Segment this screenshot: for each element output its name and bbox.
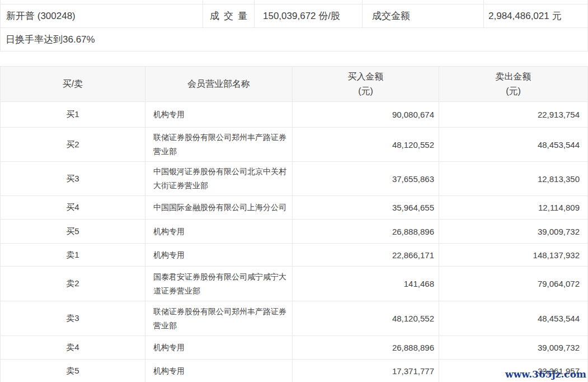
row-sell-amount: 148,137,932 [439, 244, 587, 266]
row-side-rank: 卖3 [1, 301, 145, 336]
header-branch: 会员营业部名称 [145, 67, 293, 101]
table-row: 卖2 国泰君安证券股份有限公司咸宁咸宁大道证券营业部 141,468 79,06… [1, 266, 587, 301]
summary-row: 新开普 (300248) 成交量 150,039,672 份/股 成交金额 2,… [1, 4, 587, 27]
row-sell-amount: 48,453,544 [439, 301, 587, 336]
row-branch-name: 联储证券股份有限公司郑州丰产路证券营业部 [145, 301, 293, 336]
row-side-rank: 买4 [1, 196, 145, 219]
branch-text: 中国国际金融股份有限公司上海分公司 [153, 201, 291, 215]
row-sell-amount: 12,114,809 [439, 196, 587, 219]
table-row: 卖4 机构专用 26,888,896 39,009,732 [1, 336, 587, 359]
row-side-rank: 卖1 [1, 244, 145, 266]
table-row: 买3 中国银河证券股份有限公司北京中关村大街证券营业部 37,655,863 1… [1, 161, 587, 195]
header-sell-unit: (元) [506, 84, 521, 99]
row-buy-amount: 35,964,655 [293, 196, 439, 219]
header-buy-amount: 买入金额 (元) [293, 67, 439, 101]
row-buy-amount: 22,866,171 [293, 244, 439, 266]
header-branch-label: 会员营业部名称 [187, 77, 250, 91]
branch-text: 联储证券股份有限公司郑州丰产路证券营业部 [153, 305, 291, 333]
row-buy-amount: 141,468 [293, 267, 439, 301]
row-side-rank: 卖4 [1, 336, 145, 359]
stub-cell [1, 0, 203, 4]
row-side-rank: 卖2 [1, 267, 145, 301]
site-watermark: www.365jz.com [505, 369, 586, 380]
row-side-rank: 买2 [1, 128, 145, 161]
row-branch-name: 中国银河证券股份有限公司北京中关村大街证券营业部 [145, 162, 293, 195]
header-side: 买/卖 [1, 67, 145, 101]
row-branch-name: 联储证券股份有限公司郑州丰产路证券营业部 [145, 128, 293, 161]
turnover-label: 成交金额 [363, 4, 484, 27]
volume-label: 成交量 [203, 4, 255, 27]
row-side-rank: 买5 [1, 220, 145, 243]
row-branch-name: 机构专用 [145, 220, 293, 243]
row-buy-amount: 48,120,552 [293, 301, 439, 336]
row-sell-amount: 22,913,754 [439, 102, 587, 127]
table-header-row: 买/卖 会员营业部名称 买入金额 (元) 卖出金额 (元) [1, 67, 587, 101]
header-buy-line1: 买入金额 [348, 69, 384, 84]
row-branch-name: 机构专用 [145, 102, 293, 127]
table-body: 买1 机构专用 90,080,674 22,913,754 买2 联储证券股份有… [1, 101, 587, 382]
turnover-value: 2,984,486,021 元 [484, 4, 587, 27]
header-side-label: 买/卖 [63, 77, 83, 91]
row-buy-amount: 37,655,863 [293, 162, 439, 195]
clipped-previous-row [1, 0, 587, 4]
stub-cell [484, 0, 587, 4]
table-row: 买1 机构专用 90,080,674 22,913,754 [1, 101, 587, 127]
row-sell-amount: 39,009,732 [439, 336, 587, 359]
row-branch-name: 机构专用 [145, 244, 293, 266]
table-row: 买2 联储证券股份有限公司郑州丰产路证券营业部 48,120,552 48,45… [1, 127, 587, 161]
branch-text: 机构专用 [153, 248, 291, 262]
stub-cell [255, 0, 363, 4]
row-buy-amount: 17,371,777 [293, 360, 439, 382]
row-sell-amount: 79,064,072 [439, 267, 587, 301]
header-sell-line1: 卖出金额 [496, 69, 531, 84]
stub-cell [203, 0, 255, 4]
row-branch-name: 机构专用 [145, 360, 293, 382]
branch-text: 中国银河证券股份有限公司北京中关村大街证券营业部 [153, 165, 291, 193]
branch-text: 联储证券股份有限公司郑州丰产路证券营业部 [153, 131, 291, 159]
row-buy-amount: 48,120,552 [293, 128, 439, 161]
table-row: 买4 中国国际金融股份有限公司上海分公司 35,964,655 12,114,8… [1, 195, 587, 219]
branch-text: 机构专用 [153, 364, 291, 378]
row-side-rank: 买1 [1, 102, 145, 127]
row-buy-amount: 26,888,896 [293, 336, 439, 359]
branch-text: 机构专用 [153, 108, 291, 122]
row-side-rank: 买3 [1, 162, 145, 195]
stock-name: 新开普 (300248) [1, 4, 203, 27]
table-row: 卖1 机构专用 22,866,171 148,137,932 [1, 243, 587, 266]
row-branch-name: 机构专用 [145, 336, 293, 359]
row-sell-amount: 12,813,350 [439, 162, 587, 195]
row-branch-name: 国泰君安证券股份有限公司咸宁咸宁大道证券营业部 [145, 267, 293, 301]
header-sell-amount: 卖出金额 (元) [439, 67, 587, 101]
table-row: 卖3 联储证券股份有限公司郑州丰产路证券营业部 48,120,552 48,45… [1, 301, 587, 336]
row-sell-amount: 48,453,544 [439, 128, 587, 161]
volume-value: 150,039,672 份/股 [255, 4, 363, 27]
header-buy-unit: (元) [358, 84, 373, 99]
row-branch-name: 中国国际金融股份有限公司上海分公司 [145, 196, 293, 219]
stub-cell [363, 0, 484, 4]
turnover-rate-note: 日换手率达到36.67% [1, 27, 587, 51]
row-side-rank: 卖5 [1, 360, 145, 382]
table-row: 买5 机构专用 26,888,896 39,009,732 [1, 219, 587, 243]
row-sell-amount: 39,009,732 [439, 220, 587, 243]
branch-text: 机构专用 [153, 341, 291, 355]
branch-text: 国泰君安证券股份有限公司咸宁咸宁大道证券营业部 [153, 270, 291, 298]
broker-seats-table: 买/卖 会员营业部名称 买入金额 (元) 卖出金额 (元) 买1 机构专用 90… [0, 66, 588, 382]
row-buy-amount: 26,888,896 [293, 220, 439, 243]
branch-text: 机构专用 [153, 225, 291, 239]
row-buy-amount: 90,080,674 [293, 102, 439, 127]
stock-summary-table: 新开普 (300248) 成交量 150,039,672 份/股 成交金额 2,… [0, 0, 588, 52]
table-row: 卖5 机构专用 17,371,777 33,361,957 [1, 359, 587, 382]
